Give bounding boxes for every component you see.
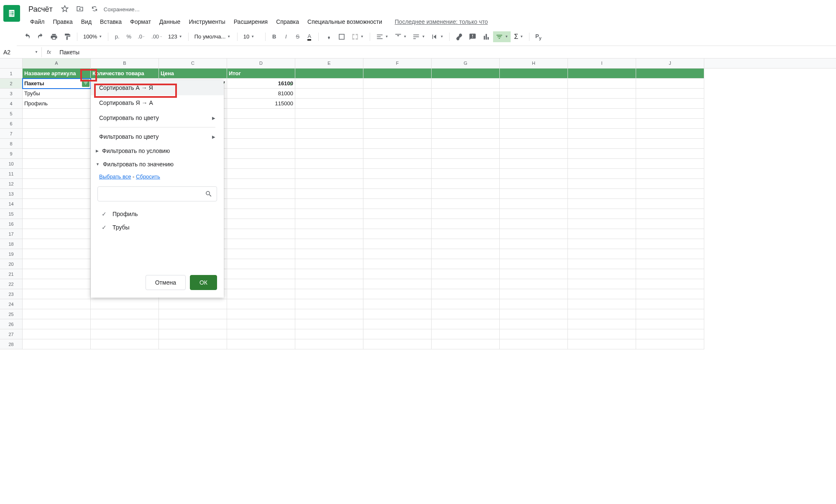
cell[interactable] (23, 159, 91, 169)
cell[interactable] (500, 99, 568, 109)
name-box[interactable]: A2▼ (0, 47, 42, 57)
menu-data[interactable]: Данные (155, 17, 185, 27)
cell[interactable] (500, 129, 568, 139)
cell[interactable] (91, 299, 159, 309)
row-header-17[interactable]: 17 (0, 229, 23, 239)
row-header-24[interactable]: 24 (0, 299, 23, 309)
cell[interactable] (636, 279, 704, 289)
menu-help[interactable]: Справка (272, 17, 303, 27)
menu-format[interactable]: Формат (126, 17, 155, 27)
cell[interactable] (295, 279, 363, 289)
filter-search[interactable] (97, 186, 217, 201)
cell[interactable] (636, 79, 704, 89)
cell[interactable] (363, 269, 432, 279)
cell[interactable] (295, 319, 363, 329)
col-header-h[interactable]: H (500, 59, 568, 68)
cell[interactable] (363, 169, 432, 179)
filter-button-a[interactable] (82, 79, 89, 87)
cell[interactable] (568, 299, 636, 309)
cell[interactable] (432, 269, 500, 279)
cell[interactable] (23, 149, 91, 159)
cell[interactable] (23, 169, 91, 179)
menu-tools[interactable]: Инструменты (184, 17, 229, 27)
filter-by-condition[interactable]: ▶Фильтровать по условию (91, 144, 224, 158)
col-header-e[interactable]: E (295, 59, 363, 68)
header-cell[interactable]: Количество товара (91, 69, 159, 79)
decrease-decimal-icon[interactable]: .0← (135, 31, 148, 42)
cell[interactable] (227, 199, 295, 209)
comment-icon[interactable] (466, 31, 479, 42)
cell[interactable] (432, 299, 500, 309)
cell[interactable] (500, 149, 568, 159)
cell[interactable] (568, 159, 636, 169)
cell[interactable] (568, 329, 636, 339)
cell[interactable] (432, 159, 500, 169)
cell[interactable] (500, 89, 568, 99)
cell[interactable] (363, 229, 432, 239)
cell[interactable] (23, 289, 91, 299)
cell[interactable] (227, 289, 295, 299)
cell[interactable] (363, 119, 432, 129)
fill-color-icon[interactable] (322, 31, 335, 42)
cell[interactable] (295, 119, 363, 129)
row-header-19[interactable]: 19 (0, 249, 23, 259)
cell[interactable] (432, 219, 500, 229)
filter-by-value[interactable]: ▼Фильтровать по значению (91, 158, 224, 171)
row-header-8[interactable]: 8 (0, 139, 23, 149)
cell[interactable] (500, 119, 568, 129)
row-header-21[interactable]: 21 (0, 269, 23, 279)
cell[interactable] (295, 149, 363, 159)
clear-link[interactable]: Сбросить (136, 173, 160, 180)
select-all-link[interactable]: Выбрать все (99, 173, 131, 180)
cell[interactable] (227, 119, 295, 129)
cell[interactable] (295, 79, 363, 89)
cell[interactable] (568, 279, 636, 289)
cell[interactable] (568, 289, 636, 299)
cell[interactable] (295, 99, 363, 109)
cell[interactable] (159, 299, 227, 309)
menu-accessibility[interactable]: Специальные возможности (303, 17, 386, 27)
row-header-7[interactable]: 7 (0, 129, 23, 139)
font-size-select[interactable]: 10▼ (241, 32, 262, 41)
cell[interactable] (568, 229, 636, 239)
cell[interactable] (500, 189, 568, 199)
cell[interactable] (636, 209, 704, 219)
strikethrough-icon[interactable]: S (292, 31, 303, 42)
cell[interactable] (432, 189, 500, 199)
cell[interactable] (636, 189, 704, 199)
percent-icon[interactable]: % (123, 31, 134, 42)
cell[interactable] (432, 139, 500, 149)
cell[interactable]: 16100 (227, 79, 295, 89)
cell[interactable] (227, 139, 295, 149)
cell[interactable] (227, 189, 295, 199)
cell[interactable] (636, 109, 704, 119)
cell[interactable]: Пакеты (23, 79, 91, 89)
halign-icon[interactable]: ▼ (373, 31, 391, 42)
cell[interactable] (568, 169, 636, 179)
cell[interactable] (568, 179, 636, 189)
filter-value-1[interactable]: ✓Трубы (99, 221, 215, 234)
cell[interactable] (636, 249, 704, 259)
cell[interactable] (636, 259, 704, 269)
cell[interactable] (500, 299, 568, 309)
cell[interactable] (23, 199, 91, 209)
cell[interactable] (432, 119, 500, 129)
rotate-icon[interactable]: ▼ (428, 31, 446, 42)
cell[interactable] (636, 329, 704, 339)
cell[interactable] (295, 289, 363, 299)
text-color-icon[interactable]: A (304, 31, 315, 42)
header-cell[interactable] (568, 69, 636, 79)
cell[interactable] (636, 319, 704, 329)
sort-az[interactable]: Сортировать А → Я (91, 80, 224, 95)
cell[interactable] (227, 149, 295, 159)
cell[interactable] (432, 259, 500, 269)
cell[interactable] (432, 249, 500, 259)
row-header-15[interactable]: 15 (0, 209, 23, 219)
cell[interactable] (432, 309, 500, 319)
cell[interactable] (568, 129, 636, 139)
cell[interactable] (568, 79, 636, 89)
cell[interactable] (432, 279, 500, 289)
cell[interactable] (636, 89, 704, 99)
cell[interactable] (23, 259, 91, 269)
cell[interactable] (432, 89, 500, 99)
